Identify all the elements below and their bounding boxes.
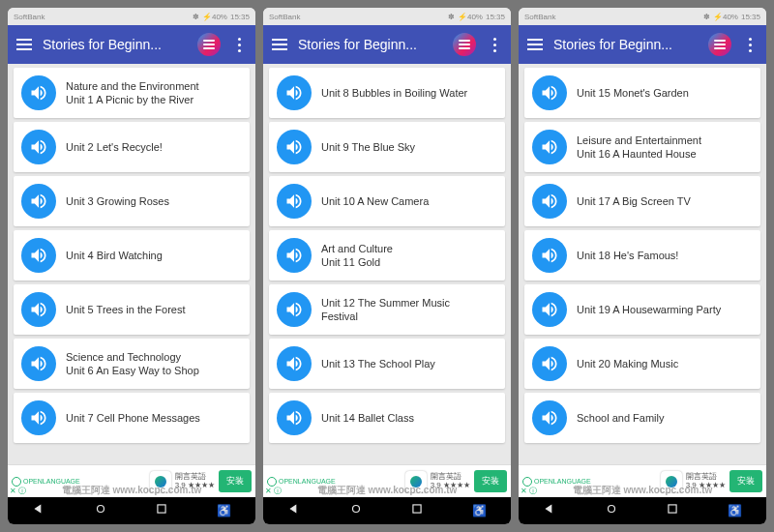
home-button[interactable] [94,502,107,519]
svg-rect-1 [158,505,165,513]
speaker-icon[interactable] [532,130,567,164]
bluetooth-icon: ✽ [448,13,455,21]
bluetooth-icon: ✽ [193,13,199,21]
list-item-label: Unit 12 The Summer MusicFestival [321,296,450,324]
speaker-icon[interactable] [277,238,312,273]
list-item[interactable]: Unit 15 Monet's Garden [524,68,760,118]
speaker-icon[interactable] [21,184,56,219]
list-item[interactable]: Unit 19 A Housewarming Party [524,284,760,335]
phone-screen-3: SoftBank✽⚡40%15:35Stories for Beginn...U… [519,8,766,524]
speaker-icon[interactable] [277,346,312,381]
recent-button[interactable] [410,502,424,519]
list-item[interactable]: Science and TechnologyUnit 6 An Easy Way… [14,339,250,389]
list-item[interactable]: Unit 4 Bird Watching [14,230,250,281]
ad-app-icon [661,471,682,492]
accessibility-button[interactable]: ♿ [217,504,231,517]
app-title: Stories for Beginn... [43,37,188,52]
back-button[interactable] [287,502,301,519]
more-icon[interactable] [230,36,248,53]
playlist-button[interactable] [453,33,476,56]
list-item-label: Art and CultureUnit 11 Gold [321,242,393,270]
list-item[interactable]: Unit 2 Let's Recycle! [14,122,250,172]
speaker-icon[interactable] [277,184,312,219]
speaker-icon[interactable] [532,75,567,110]
install-button[interactable]: 安装 [219,470,252,492]
list-item[interactable]: Unit 20 Making Music [524,339,760,389]
install-button[interactable]: 安装 [729,470,762,492]
speaker-icon[interactable] [532,292,567,327]
ad-banner[interactable]: ✕ ⓘOPENLANGUAGE開言英語3.9 ★★★★安装 [263,464,511,497]
app-title: Stories for Beginn... [298,37,443,52]
speaker-icon[interactable] [532,346,567,381]
accessibility-button[interactable]: ♿ [728,504,742,517]
speaker-icon[interactable] [277,130,312,164]
time-label: 15:35 [230,13,250,21]
story-list[interactable]: Nature and the EnvironmentUnit 1 A Picni… [8,64,255,464]
list-item[interactable]: Nature and the EnvironmentUnit 1 A Picni… [14,68,250,118]
list-item[interactable]: Unit 5 Trees in the Forest [14,284,250,335]
list-item[interactable]: Unit 17 A Big Screen TV [524,176,760,226]
playlist-button[interactable] [197,33,221,56]
playlist-button[interactable] [708,33,731,56]
home-button[interactable] [605,502,618,519]
phone-screen-2: SoftBank✽⚡40%15:35Stories for Beginn...U… [263,8,511,524]
home-button[interactable] [349,502,363,519]
list-item[interactable]: Unit 3 Growing Roses [14,176,250,226]
app-bar: Stories for Beginn... [519,25,766,64]
bluetooth-icon: ✽ [703,13,710,21]
list-item[interactable]: Unit 13 The School Play [269,339,505,389]
ad-close-icon[interactable]: ✕ ⓘ [265,486,282,496]
list-item-label: Science and TechnologyUnit 6 An Easy Way… [66,350,199,378]
speaker-icon[interactable] [21,238,56,273]
ad-banner[interactable]: ✕ ⓘOPENLANGUAGE開言英語3.9 ★★★★安装 [8,464,255,497]
list-item[interactable]: Unit 9 The Blue Sky [269,122,505,172]
install-button[interactable]: 安装 [474,470,507,492]
list-item[interactable]: Unit 8 Bubbles in Boiling Water [269,68,505,118]
recent-button[interactable] [155,502,168,519]
speaker-icon[interactable] [21,130,56,164]
story-list[interactable]: Unit 15 Monet's GardenLeisure and Entert… [519,64,766,464]
list-item[interactable]: Unit 10 A New Camera [269,176,505,226]
list-item[interactable]: Unit 7 Cell Phone Messages [14,393,250,443]
speaker-icon[interactable] [21,292,56,327]
battery-label: ⚡40% [202,13,227,21]
menu-icon[interactable] [15,36,33,53]
speaker-icon[interactable] [21,346,56,381]
speaker-icon[interactable] [277,292,312,327]
accessibility-button[interactable]: ♿ [472,504,487,517]
ad-close-icon[interactable]: ✕ ⓘ [521,486,537,496]
list-item-label: Unit 17 A Big Screen TV [577,194,691,208]
list-item-label: Unit 20 Making Music [577,357,678,370]
more-icon[interactable] [486,36,503,53]
svg-point-0 [97,506,104,513]
list-item[interactable]: School and Family [524,393,760,443]
list-item[interactable]: Leisure and EntertainmentUnit 16 A Haunt… [524,122,760,172]
back-button[interactable] [32,502,45,519]
speaker-icon[interactable] [532,400,567,435]
svg-point-4 [608,506,614,513]
list-item-label: Unit 2 Let's Recycle! [66,140,163,154]
ad-banner[interactable]: ✕ ⓘOPENLANGUAGE開言英語3.9 ★★★★安装 [519,464,766,497]
status-bar: SoftBank✽⚡40%15:35 [263,8,511,25]
speaker-icon[interactable] [21,75,56,110]
speaker-icon[interactable] [532,184,567,219]
carrier-label: SoftBank [14,13,45,21]
list-item[interactable]: Art and CultureUnit 11 Gold [269,230,505,281]
list-item[interactable]: Unit 14 Ballet Class [269,393,505,443]
story-list[interactable]: Unit 8 Bubbles in Boiling WaterUnit 9 Th… [263,64,511,464]
recent-button[interactable] [666,502,679,519]
status-bar: SoftBank✽⚡40%15:35 [8,8,255,25]
speaker-icon[interactable] [21,400,56,435]
more-icon[interactable] [741,36,759,53]
menu-icon[interactable] [271,36,288,53]
list-item[interactable]: Unit 12 The Summer MusicFestival [269,284,505,335]
list-item[interactable]: Unit 18 He's Famous! [524,230,760,281]
speaker-icon[interactable] [277,75,312,110]
speaker-icon[interactable] [532,238,567,273]
menu-icon[interactable] [526,36,544,53]
time-label: 15:35 [741,13,760,21]
ad-close-icon[interactable]: ✕ ⓘ [10,486,26,496]
back-button[interactable] [543,502,556,519]
list-item-label: Unit 19 A Housewarming Party [577,303,721,316]
speaker-icon[interactable] [277,400,312,435]
